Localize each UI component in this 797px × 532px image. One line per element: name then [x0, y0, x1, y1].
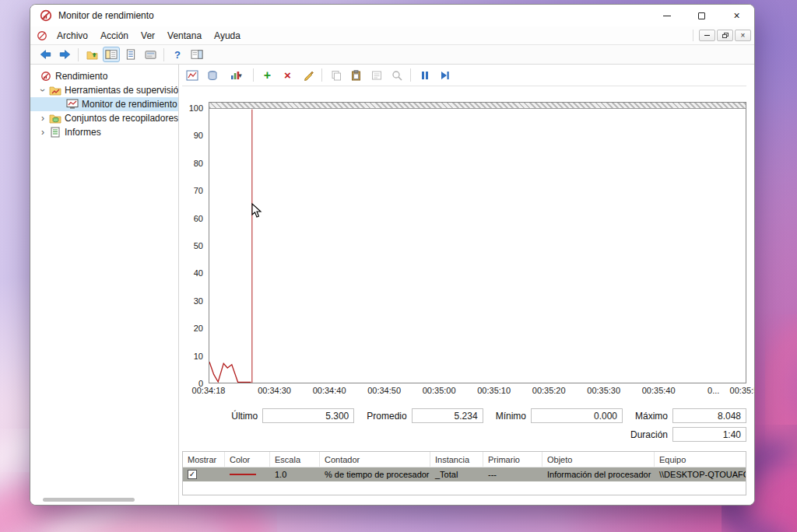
x-tick-label: 00:35:56: [730, 386, 755, 395]
counter-table-header: Mostrar Color Escala Contador Instancia …: [183, 452, 746, 467]
copy-properties-button[interactable]: [328, 68, 344, 83]
x-tick-label: 00:35:10: [477, 386, 511, 395]
menu-accion[interactable]: Acción: [94, 28, 135, 44]
cell-objeto: Información del procesador: [542, 470, 655, 479]
minimum-value: 0.000: [531, 408, 623, 423]
step-forward-icon: [440, 71, 450, 80]
y-tick-label: 10: [194, 352, 203, 361]
window-controls: ×: [649, 5, 754, 26]
action-pane-toggle-button[interactable]: [188, 47, 205, 62]
last-label: Último: [231, 411, 258, 422]
chevron-right-icon[interactable]: ›: [38, 127, 47, 138]
minimize-icon: [704, 35, 710, 36]
x-tick-label: 00:35:00: [423, 386, 456, 395]
cell-escala: 1.0: [270, 470, 320, 479]
tree-item-informes[interactable]: › Informes: [30, 125, 178, 139]
window-title: Monitor de rendimiento: [58, 10, 649, 21]
console-tree-panel: Rendimiento › Herramientas de supervisió…: [30, 65, 179, 506]
change-graph-type-button[interactable]: ▾: [224, 68, 248, 83]
tree-item-herramientas-supervision[interactable]: › Herramientas de supervisió: [30, 83, 178, 97]
view-log-data-button[interactable]: [204, 68, 220, 83]
show-checkbox[interactable]: ✓: [188, 470, 197, 479]
properties-button[interactable]: [368, 68, 384, 83]
delete-counter-button[interactable]: ×: [279, 68, 296, 83]
view-current-activity-button[interactable]: [184, 68, 200, 83]
forward-button[interactable]: [56, 47, 73, 62]
performance-root-icon: [40, 71, 52, 82]
y-tick-label: 40: [194, 268, 203, 278]
action-pane-icon: [191, 49, 203, 60]
maximize-button[interactable]: [684, 5, 719, 26]
close-icon: ×: [741, 31, 746, 40]
titlebar[interactable]: Monitor de rendimiento ×: [30, 5, 754, 26]
close-icon: ×: [733, 10, 739, 21]
separator: [163, 48, 164, 61]
maximum-value: 8.048: [672, 408, 746, 423]
pause-icon: [420, 71, 430, 80]
col-equipo[interactable]: Equipo: [655, 452, 746, 467]
col-primario[interactable]: Primario: [483, 452, 542, 467]
highlight-button[interactable]: [300, 68, 316, 83]
export-list-icon: [125, 49, 136, 60]
copy-icon: [331, 70, 342, 81]
child-minimize-button[interactable]: [699, 30, 715, 41]
stats-row: Duración 1:40: [182, 427, 746, 442]
col-instancia[interactable]: Instancia: [430, 452, 483, 467]
close-button[interactable]: ×: [719, 5, 754, 26]
x-tick-label: 00:35:20: [532, 386, 566, 395]
performance-monitor-window: Monitor de rendimiento × Archivo Acción …: [30, 4, 755, 506]
counter-row-selected[interactable]: ✓ 1.0 % de tiempo de procesador _Total -…: [183, 467, 746, 481]
menu-bar: Archivo Acción Ver Ventana Ayuda ×: [30, 26, 754, 45]
up-one-level-button[interactable]: [83, 47, 100, 62]
chart-data-line: [209, 362, 251, 382]
help-button[interactable]: ?: [169, 47, 186, 62]
col-escala[interactable]: Escala: [270, 452, 320, 467]
col-contador[interactable]: Contador: [320, 452, 430, 467]
tree-item-label: Conjuntos de recopiladores: [65, 113, 178, 124]
menu-ventana[interactable]: Ventana: [161, 28, 208, 44]
properties-button[interactable]: [142, 47, 159, 62]
magnifier-icon: [391, 70, 402, 81]
add-counter-button[interactable]: +: [259, 68, 276, 83]
x-tick-label: 00:35:30: [587, 386, 620, 395]
duration-label: Duración: [630, 429, 668, 440]
properties-icon: [371, 70, 382, 81]
col-color[interactable]: Color: [225, 452, 270, 467]
chart-x-axis: 00:34:18 00:34:30 00:34:40 00:34:50 00:3…: [209, 386, 746, 397]
tree-item-label: Herramientas de supervisió: [65, 85, 178, 96]
y-tick-label: 80: [194, 159, 203, 168]
zoom-button[interactable]: [388, 68, 405, 83]
chevron-down-icon[interactable]: ›: [37, 86, 48, 95]
chevron-right-icon[interactable]: ›: [38, 113, 47, 124]
y-tick-label: 100: [189, 103, 203, 113]
freeze-display-button[interactable]: [416, 68, 433, 83]
tree-item-rendimiento[interactable]: Rendimiento: [30, 69, 178, 83]
check-icon: ✓: [189, 471, 195, 478]
console-tree-toggle-button[interactable]: [103, 47, 120, 62]
tree-item-conjuntos-recopiladores[interactable]: › Conjuntos de recopiladores: [30, 111, 178, 125]
reports-icon: [49, 127, 61, 138]
minimize-button[interactable]: [649, 5, 684, 26]
back-button[interactable]: [37, 47, 54, 62]
paste-counter-list-button[interactable]: [348, 68, 364, 83]
child-close-button[interactable]: ×: [735, 30, 751, 41]
content-area: Rendimiento › Herramientas de supervisió…: [30, 65, 754, 506]
menu-ayuda[interactable]: Ayuda: [208, 28, 247, 44]
col-mostrar[interactable]: Mostrar: [183, 452, 225, 467]
x-tick-label: 00:34:40: [313, 386, 346, 395]
tree-horizontal-scrollbar[interactable]: [43, 498, 135, 502]
update-data-button[interactable]: [437, 68, 453, 83]
tree-item-monitor-rendimiento[interactable]: Monitor de rendimiento: [30, 97, 178, 111]
log-data-icon: [207, 70, 218, 81]
menu-archivo[interactable]: Archivo: [51, 28, 94, 44]
restore-icon: [722, 33, 729, 38]
maximize-icon: [698, 12, 705, 19]
perfmon-app-icon: [40, 9, 52, 22]
cell-instancia: _Total: [430, 470, 483, 479]
child-restore-button[interactable]: [717, 30, 733, 41]
col-objeto[interactable]: Objeto: [542, 452, 655, 467]
monitor-main-panel: ▾ + ×: [179, 65, 754, 506]
menu-ver[interactable]: Ver: [135, 28, 161, 44]
export-list-button[interactable]: [122, 47, 139, 62]
duration-value: 1:40: [672, 427, 746, 442]
